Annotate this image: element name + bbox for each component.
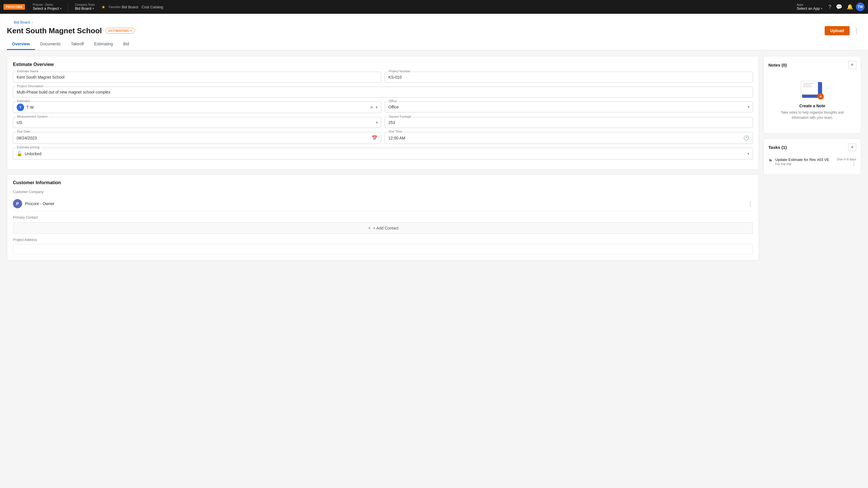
- upload-button[interactable]: Upload: [825, 26, 849, 35]
- measurement-field: Measurement System US: [13, 117, 381, 128]
- lock-open-icon: 🔓: [17, 151, 22, 156]
- form-row-name-number: Estimate Name Project Number: [13, 72, 753, 83]
- task-more-button[interactable]: ⋮: [851, 162, 856, 167]
- form-row-pricing: Estimate pricing 🔓 Unlocked: [13, 148, 753, 160]
- company-avatar: P: [13, 199, 22, 208]
- due-time-input[interactable]: 12:00 AM 🕐: [384, 132, 753, 144]
- header-actions: Upload ⋮: [825, 26, 861, 35]
- measurement-label: Measurement System: [16, 115, 49, 118]
- form-row-due: Due Date 08/24/2023 📅 Due Time 12:00 AM …: [13, 132, 753, 144]
- more-options-button[interactable]: ⋮: [852, 26, 861, 35]
- company-tools-dropdown[interactable]: Company Tools Bid Board: [72, 2, 98, 12]
- fav-link-bid-board[interactable]: Bid Board: [122, 5, 138, 9]
- primary-contact-label: Primary Contact: [13, 216, 753, 220]
- estimator-field: Estimator T T W ✕ ▾: [13, 102, 381, 113]
- company-tools-label: Company Tools: [75, 3, 95, 6]
- company-info: P Procore - Owner: [13, 199, 55, 208]
- measurement-select[interactable]: US: [13, 117, 381, 128]
- due-date-input[interactable]: 08/24/2023 📅: [13, 132, 381, 144]
- square-footage-input[interactable]: [384, 117, 753, 128]
- notes-header: Notes (0) +: [768, 61, 856, 69]
- due-date-label: Due Date: [16, 130, 31, 133]
- company-label: Customer Company: [13, 190, 753, 194]
- task-flag-icon: ⚑: [768, 158, 772, 164]
- customer-info-card: Customer Information Customer Company P …: [7, 174, 759, 260]
- estimator-clear-icon[interactable]: ✕: [370, 105, 373, 109]
- company-tools-value: Bid Board: [75, 6, 95, 11]
- pricing-label: Estimate pricing: [16, 145, 40, 149]
- add-contact-label: + Add Contact: [373, 226, 398, 230]
- measurement-select-wrapper: US: [13, 117, 381, 128]
- add-note-button[interactable]: +: [848, 61, 856, 69]
- project-description-label: Project Description: [16, 84, 44, 88]
- right-panel: Notes (0) + + Create a Note Take notes t…: [764, 56, 861, 175]
- square-footage-field: Square Footage: [384, 117, 753, 128]
- tabs-navigation: Overview Documents Takeoff Estimating Bi…: [7, 39, 861, 50]
- apps-label: Apps: [797, 3, 823, 6]
- project-dropdown[interactable]: Procore - Demo Select a Project: [30, 2, 65, 12]
- project-dropdown-label: Procore - Demo: [33, 3, 61, 6]
- estimator-name-display: T W: [26, 105, 368, 109]
- favorites-star-icon[interactable]: ★: [101, 4, 105, 10]
- status-badge[interactable]: ESTIMATING: [105, 28, 135, 34]
- tab-estimating[interactable]: Estimating: [89, 39, 118, 50]
- estimator-avatar: T: [17, 104, 24, 111]
- clock-icon[interactable]: 🕐: [743, 135, 749, 140]
- breadcrumb-bid-board-link[interactable]: Bid Board: [14, 20, 30, 24]
- notes-card: Notes (0) + + Create a Note Take notes t…: [764, 56, 861, 134]
- add-contact-plus-icon: ＋: [367, 226, 371, 231]
- office-select-wrapper: Office: [384, 102, 753, 112]
- estimate-name-input[interactable]: [13, 72, 381, 83]
- task-meta: Due in 8 days ⋮: [837, 158, 856, 167]
- task-title-text: Update Estimate for Rev #03 VE: [775, 158, 834, 162]
- form-row-estimator-office: Estimator T T W ✕ ▾ Office Office: [13, 102, 753, 113]
- notes-illust-line-1: [803, 83, 813, 84]
- add-task-button[interactable]: +: [848, 143, 856, 151]
- add-contact-button[interactable]: ＋ + Add Contact: [13, 222, 753, 234]
- company-more-button[interactable]: ⋮: [748, 200, 753, 207]
- favorites-links: Bid Board Cost Catalog: [122, 5, 163, 9]
- due-date-field: Due Date 08/24/2023 📅: [13, 132, 381, 144]
- due-time-label: Due Time: [388, 130, 403, 133]
- page-header-top: Kent South Magnet School ESTIMATING Uplo…: [7, 26, 861, 35]
- estimator-label: Estimator: [16, 99, 31, 103]
- notifications-icon[interactable]: 🔔: [845, 3, 855, 11]
- square-footage-label: Square Footage: [388, 115, 412, 118]
- project-description-input[interactable]: [13, 87, 753, 98]
- project-number-field: Project Number: [384, 72, 753, 83]
- tab-takeoff[interactable]: Takeoff: [66, 39, 89, 50]
- nav-separator: [68, 3, 68, 11]
- estimator-selector[interactable]: T T W ✕ ▾: [13, 102, 381, 113]
- form-row-measurement-sqft: Measurement System US Square Footage: [13, 117, 753, 128]
- tasks-header: Tasks (1) +: [768, 143, 856, 151]
- project-address-input[interactable]: [13, 244, 753, 255]
- project-dropdown-value: Select a Project: [33, 6, 61, 11]
- tab-bid[interactable]: Bid: [118, 39, 134, 50]
- apps-value: Select an App: [797, 6, 823, 11]
- procore-logo: PROCORE: [3, 4, 25, 10]
- pricing-select[interactable]: 🔓 Unlocked: [13, 148, 753, 160]
- tasks-card: Tasks (1) + ⚑ Update Estimate for Rev #0…: [764, 138, 861, 175]
- notes-illust-line-2: [803, 85, 811, 86]
- company-row: P Procore - Owner ⋮: [13, 196, 753, 212]
- user-avatar[interactable]: TW: [856, 3, 865, 11]
- calendar-icon[interactable]: 📅: [372, 135, 377, 140]
- chat-icon[interactable]: 💬: [834, 3, 844, 11]
- due-time-value: 12:00 AM: [389, 136, 405, 140]
- project-description-field: Project Description: [13, 87, 753, 98]
- left-panel: Estimate Overview Estimate Name Project …: [7, 56, 759, 260]
- apps-dropdown[interactable]: Apps Select an App: [794, 2, 826, 12]
- project-number-input[interactable]: [384, 72, 753, 83]
- pricing-value: Unlocked: [25, 152, 41, 156]
- due-time-field: Due Time 12:00 AM 🕐: [384, 132, 753, 144]
- project-address-label: Project Address: [13, 238, 753, 242]
- due-date-value: 08/24/2023: [17, 136, 37, 140]
- tab-overview[interactable]: Overview: [7, 39, 35, 50]
- tab-documents[interactable]: Documents: [35, 39, 66, 50]
- office-field: Office Office: [384, 102, 753, 113]
- fav-link-cost-catalog[interactable]: Cost Catalog: [142, 5, 163, 9]
- office-select[interactable]: Office: [384, 102, 753, 112]
- notes-empty-state: + Create a Note Take notes to help organ…: [768, 72, 856, 129]
- estimate-name-label: Estimate Name: [16, 69, 40, 73]
- help-icon[interactable]: ?: [827, 3, 833, 11]
